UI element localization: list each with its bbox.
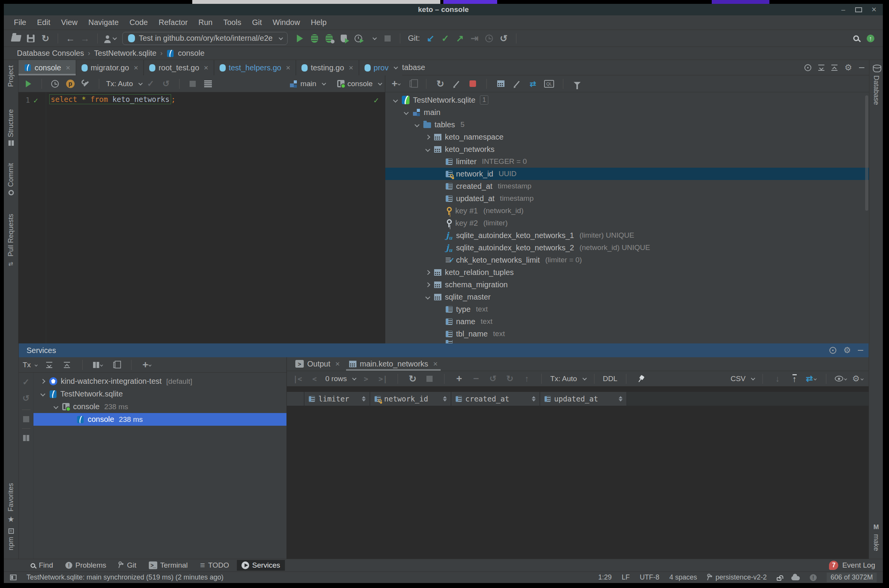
stop-button[interactable] xyxy=(381,32,394,45)
tree-row-index[interactable]: sqlite_autoindex_keto_networks_1 (limite… xyxy=(385,229,869,242)
menu-run[interactable]: Run xyxy=(194,17,217,28)
tab-migrator-go[interactable]: migrator.go xyxy=(76,60,144,75)
page-size-select[interactable]: 0 rows xyxy=(325,375,355,383)
edit-source-icon[interactable] xyxy=(511,78,523,90)
git-branch-widget[interactable]: persistence-v2-2 xyxy=(707,573,767,581)
sidebar-item-project[interactable]: Project xyxy=(4,65,18,87)
gear-icon[interactable] xyxy=(844,63,852,73)
tx-mode-select[interactable]: Tx: Auto xyxy=(106,80,142,88)
save-icon[interactable] xyxy=(25,32,37,45)
collapse-all-icon[interactable] xyxy=(831,65,837,71)
close-icon[interactable] xyxy=(204,63,208,72)
toolbar-item-git[interactable]: Git xyxy=(114,560,141,571)
lock-icon[interactable] xyxy=(777,577,781,581)
tree-row-index[interactable]: sqlite_autoindex_keto_networks_2 (networ… xyxy=(385,242,869,254)
session-select[interactable]: console xyxy=(337,80,381,88)
rollback-icon[interactable] xyxy=(22,393,29,403)
scrollbar[interactable] xyxy=(865,95,868,211)
open-each-in-new-tab-icon[interactable] xyxy=(110,359,122,371)
menu-tools[interactable]: Tools xyxy=(219,17,246,28)
rollback-icon[interactable] xyxy=(160,78,172,90)
export-format-select[interactable]: CSV xyxy=(731,375,754,383)
tab-output[interactable]: Output xyxy=(291,357,345,371)
commit-icon[interactable] xyxy=(22,377,29,387)
toolbar-item-find[interactable]: Find xyxy=(25,560,58,571)
menu-help[interactable]: Help xyxy=(306,17,331,28)
git-rollback-icon[interactable]: ↺ xyxy=(498,32,510,45)
chevron-down-icon[interactable] xyxy=(404,110,409,115)
sync-icon[interactable]: ↻ xyxy=(39,32,52,45)
run-coverage-button[interactable] xyxy=(323,32,335,45)
service-row-datasource[interactable]: TestNetwork.sqlite xyxy=(33,388,286,400)
add-row-button[interactable] xyxy=(453,373,465,385)
tree-row-tables[interactable]: tables 5 xyxy=(385,118,869,131)
sort-icon[interactable] xyxy=(443,396,447,401)
tab-test-helpers-go[interactable]: test_helpers.go xyxy=(214,60,296,75)
locate-icon[interactable] xyxy=(804,64,811,71)
chevron-down-icon[interactable] xyxy=(415,122,420,127)
menu-git[interactable]: Git xyxy=(247,17,266,28)
encoding-indicator[interactable]: UTF-8 xyxy=(640,573,659,581)
settings-wrench-icon[interactable] xyxy=(80,78,92,90)
line-ending-indicator[interactable]: LF xyxy=(622,573,630,581)
import-icon[interactable] xyxy=(771,373,784,385)
tree-row-key[interactable]: key #2 (limiter) xyxy=(385,217,869,229)
hide-panel-icon[interactable] xyxy=(858,350,863,351)
grid-settings-icon[interactable] xyxy=(852,373,864,385)
jump-to-console-icon[interactable] xyxy=(450,78,463,90)
menu-refactor[interactable]: Refactor xyxy=(154,17,192,28)
caret-position[interactable]: 1:29 xyxy=(598,573,612,581)
close-icon[interactable] xyxy=(66,63,70,72)
last-page-icon[interactable] xyxy=(377,373,389,385)
indent-indicator[interactable]: 4 spaces xyxy=(669,573,697,581)
tab-testing-go[interactable]: testing.go xyxy=(296,60,359,75)
execute-button[interactable] xyxy=(22,78,35,90)
sort-icon[interactable] xyxy=(532,396,536,401)
sidebar-item-commit[interactable]: Commit xyxy=(4,163,18,195)
maximize-icon[interactable] xyxy=(855,7,862,12)
stop-button[interactable] xyxy=(423,373,436,385)
locate-icon[interactable] xyxy=(829,347,836,354)
tree-row-column-selected[interactable]: network_id UUID xyxy=(385,168,869,180)
view-options-icon[interactable] xyxy=(835,373,847,385)
user-profile-icon[interactable] xyxy=(104,32,116,45)
open-folder-icon[interactable] xyxy=(10,32,22,45)
service-row-session[interactable]: console 238 ms xyxy=(33,400,286,413)
tree-row-datasource[interactable]: TestNetwork.sqlite 1 xyxy=(385,94,869,106)
menu-navigate[interactable]: Navigate xyxy=(84,17,123,28)
result-grid[interactable]: limiter network_id created_at xyxy=(287,386,869,559)
service-row-console-selected[interactable]: console 238 ms xyxy=(33,413,286,426)
commit-icon[interactable] xyxy=(145,78,157,90)
export-icon[interactable] xyxy=(788,373,801,385)
tree-row-table[interactable]: sqlite_master xyxy=(385,291,869,303)
duplicate-icon[interactable] xyxy=(406,78,418,90)
parameters-icon[interactable] xyxy=(64,78,77,90)
chevron-down-icon[interactable] xyxy=(425,295,430,300)
tree-row-table[interactable]: keto_namespace xyxy=(385,131,869,143)
tree-row-column[interactable]: limiter INTEGER = 0 xyxy=(385,155,869,168)
sidebar-item-favorites[interactable]: Favorites xyxy=(4,483,18,524)
close-icon[interactable] xyxy=(335,360,340,368)
tree-row-column[interactable]: created_at timestamp xyxy=(385,180,869,192)
add-service-button[interactable] xyxy=(141,359,153,371)
close-icon[interactable] xyxy=(433,360,438,368)
sidebar-item-structure[interactable]: Structure xyxy=(4,109,18,146)
tab-console[interactable]: console xyxy=(18,60,76,75)
back-icon[interactable]: ← xyxy=(64,32,77,45)
sort-icon[interactable] xyxy=(619,396,623,401)
close-icon[interactable] xyxy=(349,63,353,72)
code-line[interactable]: select * from keto_networks; xyxy=(46,92,175,343)
tx-mode-select[interactable]: Tx: Auto xyxy=(550,375,586,383)
submit-icon[interactable] xyxy=(521,373,533,385)
compare-icon[interactable] xyxy=(527,78,539,90)
open-table-icon[interactable] xyxy=(494,78,507,90)
close-icon[interactable] xyxy=(134,63,138,72)
update-indicator-icon[interactable] xyxy=(864,32,877,45)
git-update-icon[interactable]: ↙ xyxy=(425,32,437,45)
memory-indicator[interactable]: 606 of 3072M xyxy=(827,573,877,582)
cloud-sync-icon[interactable] xyxy=(791,576,800,580)
stop-button[interactable] xyxy=(23,416,29,422)
run-options-chevron-icon[interactable] xyxy=(367,32,379,45)
sidebar-item-make[interactable]: make xyxy=(869,523,883,551)
toggle-output-icon[interactable] xyxy=(202,78,214,90)
